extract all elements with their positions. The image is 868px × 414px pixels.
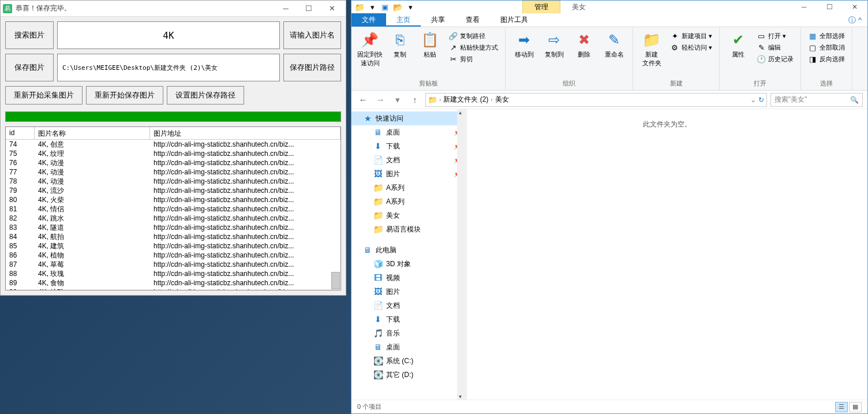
tree-item[interactable]: 📄文档 bbox=[351, 299, 466, 312]
ribbon-collapse-icon[interactable]: ⓘ ^ bbox=[843, 13, 867, 27]
table-row[interactable]: 864K, 植物http://cdn-ali-img-staticbz.shan… bbox=[6, 251, 341, 260]
nav-up-button[interactable]: ↑ bbox=[408, 93, 422, 107]
table-row[interactable]: 894K, 食物http://cdn-ali-img-staticbz.shan… bbox=[6, 278, 341, 288]
tab-home[interactable]: 主页 bbox=[386, 13, 421, 27]
move-to-button[interactable]: ➡移动到 bbox=[510, 29, 538, 60]
restart-collect-button[interactable]: 重新开始采集图片 bbox=[5, 86, 83, 105]
new-folder-button[interactable]: 📁新建 文件夹 bbox=[638, 29, 665, 69]
table-row[interactable]: 824K, 跳水http://cdn-ali-img-staticbz.shan… bbox=[6, 214, 341, 223]
table-row[interactable]: 844K, 航拍http://cdn-ali-img-staticbz.shan… bbox=[6, 232, 341, 241]
delete-button[interactable]: ✖删除 bbox=[570, 29, 598, 60]
addr-dropdown-icon[interactable]: ⌄ bbox=[750, 96, 756, 104]
tree-item[interactable]: 🖼图片 bbox=[351, 285, 466, 299]
exp-minimize-button[interactable]: ─ bbox=[791, 1, 817, 13]
tree-item[interactable]: 📄文档📌 bbox=[351, 153, 466, 167]
table-row[interactable]: 854K, 建筑http://cdn-ali-img-staticbz.shan… bbox=[6, 241, 341, 251]
tree-item[interactable]: 🧊3D 对象 bbox=[351, 257, 466, 271]
tree-item[interactable]: ⬇下载 bbox=[351, 312, 466, 326]
tree-item[interactable]: 🖥桌面 bbox=[351, 340, 466, 354]
scrollbar-thumb[interactable] bbox=[331, 272, 340, 289]
new-item-button[interactable]: ✦新建项目 ▾ bbox=[668, 31, 714, 41]
tree-item[interactable]: 📁易语言模块 bbox=[351, 222, 466, 236]
table-row[interactable]: 874K, 草莓http://cdn-ali-img-staticbz.shan… bbox=[6, 260, 341, 269]
qat-dropdown-icon[interactable]: ▾ bbox=[366, 1, 378, 13]
contextual-tab-manage[interactable]: 管理 bbox=[522, 1, 560, 13]
breadcrumb-item[interactable]: 美女 bbox=[495, 95, 509, 105]
invert-selection-button[interactable]: ◨反向选择 bbox=[806, 54, 847, 64]
tree-item[interactable]: 🎵音乐 bbox=[351, 326, 466, 340]
tab-view[interactable]: 查看 bbox=[455, 13, 490, 27]
select-none-button[interactable]: ▢全部取消 bbox=[806, 42, 847, 53]
col-url[interactable]: 图片地址 bbox=[150, 127, 341, 139]
tree-item[interactable]: 🖥桌面📌 bbox=[351, 125, 466, 139]
qat-customize-icon[interactable]: ▾ bbox=[405, 1, 416, 13]
exp-maximize-button[interactable]: ☐ bbox=[817, 1, 842, 13]
close-button[interactable]: ✕ bbox=[320, 2, 343, 16]
maximize-button[interactable]: ☐ bbox=[297, 2, 320, 16]
tab-share[interactable]: 共享 bbox=[421, 13, 455, 27]
copy-to-button[interactable]: ⇨复制到 bbox=[540, 29, 568, 60]
qat-open-icon[interactable]: 📂 bbox=[392, 1, 403, 13]
table-row[interactable]: 884K, 玫瑰http://cdn-ali-img-staticbz.shan… bbox=[6, 269, 341, 278]
copy-button[interactable]: ⎘复制 bbox=[386, 29, 414, 60]
qat-properties-icon[interactable]: ▣ bbox=[379, 1, 391, 13]
table-row[interactable]: 794K, 流沙http://cdn-ali-img-staticbz.shan… bbox=[6, 186, 341, 195]
tree-item[interactable]: 📁A系列 bbox=[351, 195, 466, 208]
view-icons-button[interactable]: ▦ bbox=[849, 402, 862, 412]
save-image-button[interactable]: 保存图片 bbox=[5, 54, 54, 81]
nav-recent-button[interactable]: ▾ bbox=[391, 93, 405, 107]
tab-file[interactable]: 文件 bbox=[351, 13, 386, 27]
history-button[interactable]: 🕐历史记录 bbox=[754, 54, 796, 64]
tab-picture-tools[interactable]: 图片工具 bbox=[490, 13, 538, 27]
tree-thispc[interactable]: 🖥此电脑 bbox=[351, 243, 466, 257]
edit-button[interactable]: ✎编辑 bbox=[754, 42, 796, 53]
table-row[interactable]: 804K, 火柴http://cdn-ali-img-staticbz.shan… bbox=[6, 195, 341, 204]
minimize-button[interactable]: ─ bbox=[274, 2, 297, 16]
rename-button[interactable]: ✎重命名 bbox=[600, 29, 628, 60]
tree-item[interactable]: 📁A系列 bbox=[351, 181, 466, 195]
select-all-button[interactable]: ▦全部选择 bbox=[806, 31, 847, 41]
tree-scrollbar[interactable] bbox=[457, 109, 466, 400]
cut-button[interactable]: ✂剪切 bbox=[446, 54, 500, 64]
exp-close-button[interactable]: ✕ bbox=[842, 1, 867, 13]
set-save-path-button[interactable]: 设置图片保存路径 bbox=[167, 86, 244, 105]
paste-shortcut-button[interactable]: ↗粘贴快捷方式 bbox=[446, 42, 500, 53]
tree-item[interactable]: ⬇下载📌 bbox=[351, 139, 466, 153]
table-row[interactable]: 904K, 炫酷http://cdn-ali-img-staticbz.shan… bbox=[6, 288, 341, 290]
table-row[interactable]: 814K, 情侣http://cdn-ali-img-staticbz.shan… bbox=[6, 204, 341, 214]
image-name-button[interactable]: 请输入图片名 bbox=[283, 21, 341, 49]
table-row[interactable]: 774K, 动漫http://cdn-ali-img-staticbz.shan… bbox=[6, 167, 341, 177]
table-row[interactable]: 834K, 隧道http://cdn-ali-img-staticbz.shan… bbox=[6, 223, 341, 232]
search-box[interactable]: 搜索"美女" 🔍 bbox=[770, 93, 863, 107]
restart-save-button[interactable]: 重新开始保存图片 bbox=[86, 86, 163, 105]
save-path-input[interactable] bbox=[57, 54, 280, 81]
tree-item[interactable]: 🎞视频 bbox=[351, 271, 466, 285]
view-details-button[interactable]: ☰ bbox=[835, 402, 848, 412]
table-row[interactable]: 764K, 动漫http://cdn-ali-img-staticbz.shan… bbox=[6, 158, 341, 167]
easy-access-button[interactable]: ⚙轻松访问 ▾ bbox=[668, 42, 714, 53]
nav-back-button[interactable]: ← bbox=[356, 93, 370, 107]
refresh-icon[interactable]: ↻ bbox=[758, 96, 764, 104]
nav-forward-button[interactable]: → bbox=[373, 93, 387, 107]
pin-quickaccess-button[interactable]: 📌固定到快 速访问 bbox=[356, 29, 384, 69]
col-name[interactable]: 图片名称 bbox=[35, 127, 150, 139]
paste-button[interactable]: 📋粘贴 bbox=[416, 29, 444, 60]
table-row[interactable]: 784K, 动漫http://cdn-ali-img-staticbz.shan… bbox=[6, 177, 341, 186]
breadcrumb-item[interactable]: 新建文件夹 (2) bbox=[443, 95, 488, 105]
col-id[interactable]: id bbox=[6, 127, 35, 139]
address-bar[interactable]: 📁 › 新建文件夹 (2) › 美女 ⌄ ↻ bbox=[425, 93, 767, 107]
tree-item[interactable]: 🖼图片📌 bbox=[351, 167, 466, 181]
table-row[interactable]: 744K, 创意http://cdn-ali-img-staticbz.shan… bbox=[6, 140, 341, 149]
copy-path-button[interactable]: 🔗复制路径 bbox=[446, 31, 500, 41]
properties-button[interactable]: ✔属性 bbox=[724, 29, 752, 60]
content-pane[interactable]: 此文件夹为空。 bbox=[467, 109, 867, 400]
keyword-input[interactable] bbox=[57, 21, 280, 49]
tree-quickaccess[interactable]: ★快速访问 bbox=[351, 111, 466, 125]
tree-item[interactable]: 💽其它 (D:) bbox=[351, 368, 466, 382]
save-path-button[interactable]: 保存图片路径 bbox=[283, 54, 341, 81]
search-image-button[interactable]: 搜索图片 bbox=[5, 21, 54, 49]
table-row[interactable]: 754K, 纹理http://cdn-ali-img-staticbz.shan… bbox=[6, 149, 341, 158]
open-button[interactable]: ▭打开 ▾ bbox=[754, 31, 796, 41]
tree-item[interactable]: 📁美女 bbox=[351, 208, 466, 222]
tree-item[interactable]: 💽系统 (C:) bbox=[351, 354, 466, 368]
